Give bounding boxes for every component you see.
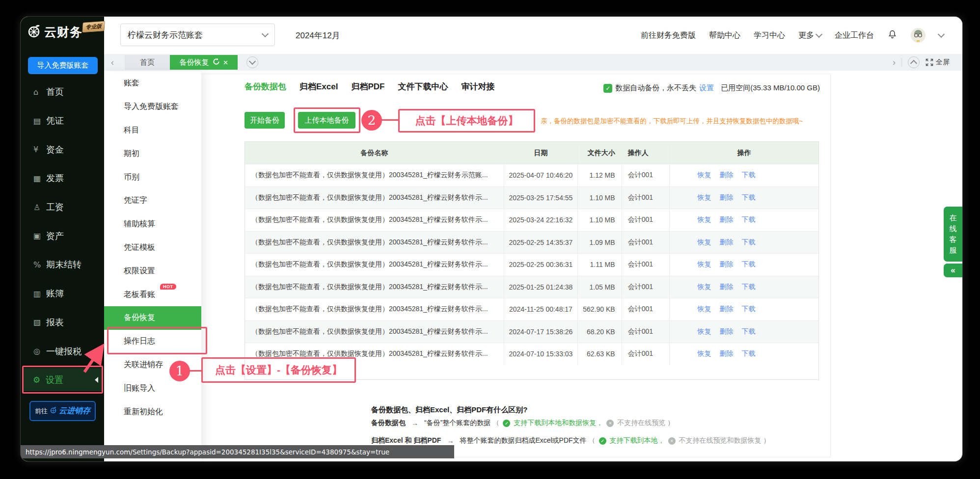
submenu-item-备份恢复[interactable]: 备份恢复 (104, 306, 201, 330)
submenu-item-辅助核算[interactable]: 辅助核算 (104, 213, 201, 236)
link-help-center[interactable]: 帮助中心 (709, 30, 740, 41)
action-删除[interactable]: 删除 (719, 238, 733, 247)
action-下载[interactable]: 下载 (741, 171, 755, 180)
content-tab-审计对接[interactable]: 审计对接 (461, 81, 494, 95)
sidebar-item-期末结转[interactable]: %期末结转 (21, 250, 104, 279)
backup-operator: 会计001 (622, 298, 670, 320)
submenu-item-重新初始化[interactable]: 重新初始化 (104, 400, 201, 424)
action-删除[interactable]: 删除 (719, 305, 733, 314)
refresh-icon[interactable] (213, 58, 220, 67)
chevron-down-icon[interactable] (938, 31, 945, 38)
action-删除[interactable]: 删除 (719, 171, 733, 180)
action-删除[interactable]: 删除 (719, 193, 733, 202)
column-header-文件大小: 文件大小 (577, 142, 622, 164)
annotation-highlight-upload (294, 107, 360, 133)
action-下载[interactable]: 下载 (741, 215, 755, 224)
action-恢复[interactable]: 恢复 (697, 171, 711, 180)
app-window: 云财务 专业版 导入免费版账套 ⌂首页▤凭证¥资金▦发票♙工资▣资产%期末结转▥… (21, 17, 962, 461)
link-enterprise-workspace[interactable]: 企业工作台 (835, 30, 874, 41)
tabbar: ‹ 首页 备份恢复 × › (104, 54, 962, 71)
collapse-chat-tab[interactable]: « (944, 264, 962, 277)
action-下载[interactable]: 下载 (741, 260, 755, 269)
fullscreen-button[interactable]: 全屏 (926, 58, 950, 67)
submenu-item-币别[interactable]: 币别 (104, 165, 201, 189)
annotation-step1-number: 1 (169, 361, 190, 381)
backup-date: 2025-04-07 10:46:20 (504, 164, 577, 186)
content-tab-归档Excel[interactable]: 归档Excel (299, 81, 338, 95)
link-learning-center[interactable]: 学习中心 (754, 30, 785, 41)
tab-home[interactable]: 首页 (125, 55, 170, 70)
start-backup-button[interactable]: 开始备份 (245, 112, 285, 129)
collapse-icon[interactable] (908, 56, 920, 68)
action-恢复[interactable]: 恢复 (697, 193, 711, 202)
action-下载[interactable]: 下载 (741, 193, 755, 202)
submenu-item-权限设置[interactable]: 权限设置 (104, 259, 201, 283)
submenu-item-科目[interactable]: 科目 (104, 119, 201, 142)
action-删除[interactable]: 删除 (719, 283, 733, 292)
tabs-scroll-right-icon[interactable]: › (893, 57, 896, 68)
action-删除[interactable]: 删除 (719, 349, 733, 358)
goto-inventory-button[interactable]: 前往 云进销存 (29, 401, 96, 421)
close-icon[interactable]: × (223, 58, 228, 67)
submenu-item-旧账导入[interactable]: 旧账导入 (104, 376, 201, 400)
action-删除[interactable]: 删除 (719, 327, 733, 336)
online-service-tab[interactable]: 在线客服 (944, 207, 962, 262)
action-删除[interactable]: 删除 (719, 260, 733, 269)
sidebar-item-首页[interactable]: ⌂首页 (21, 78, 104, 106)
action-删除[interactable]: 删除 (719, 215, 733, 224)
bell-icon[interactable] (887, 29, 898, 42)
cross-circle-icon: × (668, 437, 676, 445)
content-tab-文件下载中心[interactable]: 文件下载中心 (398, 81, 448, 95)
action-下载[interactable]: 下载 (741, 238, 755, 247)
action-恢复[interactable]: 恢复 (697, 305, 711, 314)
sidebar-item-资金[interactable]: ¥资金 (21, 135, 104, 164)
period-selector[interactable]: 2024年12月 (296, 17, 340, 54)
submenu-item-账套[interactable]: 账套 (104, 72, 201, 95)
link-free-version[interactable]: 前往财务免费版 (641, 30, 696, 41)
action-下载[interactable]: 下载 (741, 283, 755, 292)
sidebar-item-报表[interactable]: ▧报表 (21, 308, 104, 337)
checkbox-checked-icon[interactable]: ✓ (603, 84, 612, 93)
action-恢复[interactable]: 恢复 (697, 283, 711, 292)
tabs-dropdown-icon[interactable] (246, 56, 258, 68)
annotation-connector (381, 119, 398, 121)
backup-date: 2024-07-17 15:38:26 (504, 321, 577, 343)
sidebar-item-工资[interactable]: ♙工资 (21, 193, 104, 222)
submenu-item-老板看账[interactable]: 老板看账HOT (104, 283, 201, 306)
action-下载[interactable]: 下载 (741, 349, 755, 358)
auto-backup-settings-link[interactable]: 设置 (699, 83, 714, 93)
sidebar-menu: ⌂首页▤凭证¥资金▦发票♙工资▣资产%期末结转▥账簿▧报表◎一键报税 (21, 78, 104, 366)
screen: 云财务 专业版 导入免费版账套 ⌂首页▤凭证¥资金▦发票♙工资▣资产%期末结转▥… (0, 0, 980, 479)
sidebar-item-凭证[interactable]: ▤凭证 (21, 106, 104, 135)
submenu-item-凭证模板[interactable]: 凭证模板 (104, 236, 201, 260)
sidebar-item-资产[interactable]: ▣资产 (21, 221, 104, 250)
account-selector[interactable]: 柠檬云财务示范账套 (120, 24, 275, 46)
submenu-item-期初[interactable]: 期初 (104, 142, 201, 165)
action-恢复[interactable]: 恢复 (697, 349, 711, 358)
tabs-scroll-left-icon[interactable]: ‹ (111, 57, 114, 68)
action-下载[interactable]: 下载 (741, 327, 755, 336)
avatar[interactable] (911, 28, 926, 43)
tab-backup-restore[interactable]: 备份恢复 × (170, 55, 238, 70)
action-恢复[interactable]: 恢复 (697, 260, 711, 269)
action-下载[interactable]: 下载 (741, 305, 755, 314)
action-恢复[interactable]: 恢复 (697, 215, 711, 224)
action-恢复[interactable]: 恢复 (697, 327, 711, 336)
submenu-item-导入免费版账套[interactable]: 导入免费版账套 (104, 95, 201, 119)
sidebar-item-账簿[interactable]: ▥账簿 (21, 279, 104, 308)
content-tab-归档PDF[interactable]: 归档PDF (351, 81, 384, 95)
more-menu[interactable]: 更多 (798, 30, 821, 41)
sidebar-item-发票[interactable]: ▦发票 (21, 164, 104, 193)
home-icon: ⌂ (33, 87, 46, 97)
import-free-account-button[interactable]: 导入免费版账套 (28, 57, 98, 74)
backup-name: （数据包加密不能查看，仅供数据恢复使用）200345281_柠檬云财务软件示..… (245, 232, 504, 254)
content-tab-备份数据包[interactable]: 备份数据包 (245, 81, 286, 95)
submenu-item-凭证字[interactable]: 凭证字 (104, 189, 201, 213)
row-actions: 恢复删除下载 (669, 209, 818, 231)
backup-operator: 会计001 (622, 187, 670, 209)
lemon-icon (50, 406, 57, 416)
table-row: （数据包加密不能查看，仅供数据恢复使用）200345281_柠檬云财务软件示..… (245, 253, 818, 276)
action-恢复[interactable]: 恢复 (697, 238, 711, 247)
goto-brand: 云进销存 (59, 406, 90, 416)
app-logo: 云财务 专业版 (27, 24, 82, 40)
